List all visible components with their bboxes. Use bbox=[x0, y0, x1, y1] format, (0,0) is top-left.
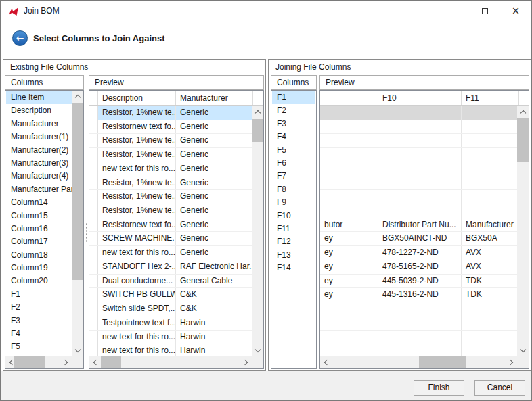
column-list-item[interactable]: F6 bbox=[272, 157, 315, 170]
existing-columns-header[interactable]: Columns bbox=[5, 75, 84, 90]
table-row[interactable]: new text for this ro...Harwin bbox=[89, 331, 252, 345]
scroll-down-button[interactable] bbox=[517, 345, 529, 356]
table-row[interactable]: ey478-5165-2-NDAVX bbox=[320, 260, 517, 275]
column-list-item[interactable]: Manufacturer(4) bbox=[6, 170, 72, 183]
scroll-right-button[interactable] bbox=[506, 356, 517, 368]
table-row[interactable]: Resistor, 1%new te...Generic bbox=[89, 148, 252, 162]
table-row[interactable]: ey445-1316-2-NDTDK bbox=[320, 288, 517, 302]
column-list-item[interactable]: F12 bbox=[272, 235, 315, 248]
table-row[interactable] bbox=[320, 302, 517, 316]
joining-preview-vscrollbar[interactable] bbox=[517, 106, 529, 356]
column-list-item[interactable]: Manufacturer bbox=[6, 118, 72, 131]
close-button[interactable]: × bbox=[500, 1, 531, 22]
table-row[interactable] bbox=[320, 316, 517, 331]
column-list-item[interactable]: Manufacturer Part bbox=[6, 183, 72, 196]
table-row[interactable]: Testpointnew text f...Harwin bbox=[89, 316, 252, 331]
table-row[interactable]: SCREW MACHINE...Generic bbox=[89, 232, 252, 246]
column-list-item[interactable]: F7 bbox=[272, 170, 315, 183]
column-list-item[interactable]: Column15 bbox=[6, 210, 72, 222]
vscroll-thumb[interactable] bbox=[517, 118, 529, 162]
table-row[interactable]: new text for this ro...Generic bbox=[89, 162, 252, 176]
column-header-description[interactable]: Description bbox=[98, 91, 176, 105]
column-list-item[interactable]: Manufacturer(2) bbox=[6, 144, 72, 157]
hscroll-thumb[interactable] bbox=[14, 356, 45, 368]
column-list-item[interactable]: F1 bbox=[6, 288, 72, 301]
scroll-up-button[interactable] bbox=[517, 106, 529, 118]
table-row[interactable]: new text for this ro...Generic bbox=[89, 246, 252, 260]
column-header-f10[interactable]: F10 bbox=[378, 91, 462, 105]
existing-preview-hscrollbar[interactable] bbox=[89, 356, 252, 368]
column-list-item[interactable]: F1 bbox=[272, 91, 315, 104]
column-list-item[interactable]: F5 bbox=[272, 144, 315, 157]
column-list-item[interactable]: Description bbox=[6, 104, 72, 117]
column-list-item[interactable]: Manufacturer(1) bbox=[6, 131, 72, 143]
table-row[interactable]: Resistornew text fo...Generic bbox=[89, 120, 252, 135]
table-row[interactable] bbox=[320, 204, 517, 218]
table-row[interactable] bbox=[320, 148, 517, 162]
scroll-left-button[interactable] bbox=[320, 356, 332, 368]
scroll-left-button[interactable] bbox=[89, 356, 101, 368]
table-row[interactable]: ey478-1227-2-NDAVX bbox=[320, 246, 517, 260]
vscroll-thumb[interactable] bbox=[252, 119, 263, 142]
column-list-item[interactable]: F9 bbox=[272, 196, 315, 209]
table-row[interactable]: STANDOFF Hex 2-...RAF Electronic Har.. bbox=[89, 260, 252, 275]
column-list-item[interactable]: F8 bbox=[272, 183, 315, 196]
column-list-item[interactable]: Manufacturer(3) bbox=[6, 157, 72, 170]
existing-preview-vscrollbar[interactable] bbox=[252, 106, 263, 356]
scroll-up-button[interactable] bbox=[252, 106, 263, 118]
table-row[interactable] bbox=[320, 134, 517, 148]
scroll-down-button[interactable] bbox=[72, 345, 83, 356]
table-row[interactable] bbox=[320, 120, 517, 135]
vscroll-thumb[interactable] bbox=[72, 103, 83, 280]
column-list-item[interactable]: F10 bbox=[272, 210, 315, 222]
table-row[interactable]: Switch slide SPDT,...C&K bbox=[89, 302, 252, 316]
table-row[interactable] bbox=[320, 344, 517, 356]
maximize-button[interactable] bbox=[469, 1, 500, 22]
column-list-item[interactable]: Column14 bbox=[6, 196, 72, 209]
column-list-item[interactable]: Line Item bbox=[6, 91, 72, 104]
existing-splitter[interactable] bbox=[84, 75, 89, 369]
scroll-right-button[interactable] bbox=[60, 356, 72, 368]
finish-button[interactable]: Finish bbox=[414, 380, 464, 396]
column-list-item[interactable]: Column17 bbox=[6, 235, 72, 248]
existing-preview-header[interactable]: Preview bbox=[89, 75, 264, 90]
joining-columns-header[interactable]: Columns bbox=[271, 75, 317, 90]
table-row[interactable]: butorDistributor Part Nu...Manufacturer bbox=[320, 218, 517, 233]
joining-preview-header[interactable]: Preview bbox=[319, 75, 529, 90]
table-row[interactable] bbox=[320, 176, 517, 191]
table-row[interactable]: Resistor, 1%new te...Generic bbox=[89, 134, 252, 148]
column-list-item[interactable]: Column18 bbox=[6, 249, 72, 262]
table-row[interactable]: Resistor, 1%new te...Generic bbox=[89, 176, 252, 191]
cancel-button[interactable]: Cancel bbox=[474, 380, 525, 396]
table-row[interactable] bbox=[320, 162, 517, 176]
scroll-right-button[interactable] bbox=[240, 356, 252, 368]
back-button[interactable]: ← bbox=[12, 30, 28, 46]
joining-preview-hscrollbar[interactable] bbox=[320, 356, 517, 368]
table-row[interactable]: Resistor, 1%new te...Generic bbox=[89, 106, 252, 120]
table-row[interactable]: Resistor, 1%new te...Generic bbox=[89, 204, 252, 218]
column-list-item[interactable]: F14 bbox=[272, 262, 315, 275]
column-list-item[interactable]: Column16 bbox=[6, 222, 72, 235]
column-list-item[interactable]: Column20 bbox=[6, 275, 72, 287]
column-list-item[interactable]: F5 bbox=[6, 340, 72, 353]
hscroll-thumb[interactable] bbox=[419, 356, 466, 368]
column-list-item[interactable]: F11 bbox=[272, 222, 315, 235]
column-list-item[interactable]: F4 bbox=[6, 327, 72, 340]
scroll-up-button[interactable] bbox=[72, 91, 83, 102]
table-row[interactable]: ey445-5039-2-NDTDK bbox=[320, 275, 517, 289]
column-list-item[interactable]: F3 bbox=[272, 118, 315, 131]
table-row[interactable] bbox=[320, 331, 517, 345]
minimize-button[interactable] bbox=[438, 1, 469, 22]
table-row[interactable]: Resistor, 1%new te...Generic bbox=[89, 190, 252, 204]
table-row[interactable]: new text for this ro...Harwin bbox=[89, 344, 252, 356]
table-row[interactable] bbox=[320, 106, 517, 120]
column-list-item[interactable]: F13 bbox=[272, 249, 315, 262]
hscroll-thumb[interactable] bbox=[101, 356, 121, 368]
column-list-item[interactable]: Column19 bbox=[6, 262, 72, 275]
table-row[interactable]: SWITCH PB GULLW...C&K bbox=[89, 288, 252, 302]
table-row[interactable] bbox=[320, 190, 517, 204]
column-list-item[interactable]: F4 bbox=[272, 131, 315, 143]
column-list-item[interactable]: F3 bbox=[6, 314, 72, 327]
column-list-item[interactable]: F2 bbox=[6, 301, 72, 314]
column-header-blank[interactable] bbox=[320, 91, 378, 105]
